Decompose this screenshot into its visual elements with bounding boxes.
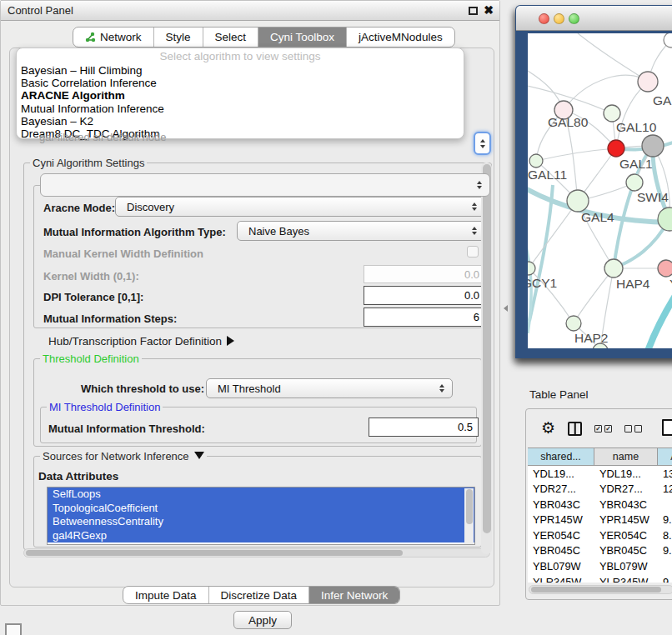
threshold-definition-title: Threshold Definition (40, 352, 142, 365)
sources-group-title[interactable]: Sources for Network Inference (40, 450, 207, 462)
splitter-handle-icon[interactable] (504, 305, 508, 312)
tab-style[interactable]: Style (154, 28, 203, 47)
close-icon[interactable]: ✖ (484, 3, 494, 17)
mi-algorithm-type-label: Mutual Information Algorithm Type: (43, 226, 226, 238)
table-row[interactable]: YBL079WYBL079W (528, 559, 672, 575)
settings-hscrollbar[interactable] (23, 548, 490, 558)
tab-infer-network[interactable]: Infer Network (309, 587, 399, 603)
data-attribute-item-selected[interactable]: SelfLoops (48, 488, 474, 502)
float-window-icon[interactable] (469, 7, 478, 15)
network-node-gal10[interactable] (604, 105, 620, 122)
maximize-traffic-light-icon[interactable] (569, 13, 579, 24)
tab-select[interactable]: Select (203, 28, 259, 47)
node-label: HAP4 (616, 277, 650, 291)
network-selector-value: gal-filtered sif default node (39, 131, 166, 143)
network-node-gal1[interactable] (608, 140, 624, 157)
expand-right-icon (227, 336, 234, 346)
table-cell: YPR145W (594, 512, 658, 528)
table-cell: YBR045C (528, 543, 594, 559)
node-label: GAL11 (528, 168, 567, 182)
table-row[interactable]: YLR345WYLR345W9. (528, 574, 672, 582)
network-window-titlebar[interactable] (516, 6, 672, 31)
network-node-hap4[interactable] (604, 259, 623, 278)
settings-vscrollbar[interactable] (481, 162, 492, 554)
checked-pair-icon[interactable]: ✓✓ (594, 425, 612, 432)
unchecked-pair-icon[interactable] (624, 425, 642, 432)
data-attribute-item-selected[interactable]: gal4RGexp (48, 529, 474, 543)
table-row[interactable]: YBR043CYBR043C (528, 497, 672, 512)
tab-discretize-data[interactable]: Discretize Data (209, 587, 310, 603)
table-cell: YDL19... (594, 466, 658, 482)
algorithm-option[interactable]: Mutual Information Inference (17, 102, 464, 115)
hub-definition-expander[interactable]: Hub/Transcription Factor Definition (48, 335, 234, 348)
close-traffic-light-icon[interactable] (539, 13, 549, 24)
network-edge (529, 201, 578, 268)
algorithm-option[interactable]: Basic Correlation Inference (17, 77, 464, 89)
tab-jactivemnodules[interactable]: jActiveMNodules (347, 28, 454, 47)
data-attribute-item-selected[interactable]: BetweennessCentrality (48, 515, 474, 529)
minimized-panel-icon[interactable] (5, 623, 22, 635)
network-node[interactable] (658, 208, 672, 231)
kernel-width-input[interactable]: 0.0 (364, 265, 485, 283)
table-cell: YER054C (528, 528, 594, 543)
which-threshold-combo[interactable]: MI Threshold (206, 378, 453, 398)
manual-kernel-width-checkbox[interactable] (467, 246, 479, 258)
attribute-table[interactable]: shared...nameAYDL19...YDL19...13YDR27...… (528, 448, 672, 582)
table-hscrollbar[interactable] (529, 585, 672, 594)
network-node-gcy1[interactable] (528, 262, 535, 275)
hub-definition-label: Hub/Transcription Factor Definition (48, 335, 222, 348)
columns-icon[interactable] (568, 422, 582, 436)
table-cell: YDR27... (528, 482, 594, 498)
list-scrollbar[interactable] (464, 488, 474, 544)
page-icon[interactable] (662, 419, 672, 436)
apply-button[interactable]: Apply (233, 611, 292, 629)
algorithm-option[interactable]: Bayesian – K2 (17, 115, 464, 128)
algorithm-dropdown-placeholder: Select algorithm to view settings (17, 50, 464, 64)
table-cell: 9. (658, 574, 672, 582)
column-header-A[interactable]: A (658, 448, 672, 465)
column-header-shared[interactable]: shared... (528, 448, 594, 465)
algorithm-combo-stepper-icon[interactable] (474, 132, 491, 155)
network-node-y[interactable] (658, 260, 672, 277)
network-node-swi4[interactable] (626, 174, 643, 191)
mi-threshold-value: 0.5 (458, 421, 473, 433)
network-node-gal8[interactable] (638, 72, 658, 92)
cyni-settings-group-title: Cyni Algorithm Settings (30, 157, 147, 169)
network-node-gal11[interactable] (529, 154, 543, 168)
dpi-tolerance-input[interactable]: 0.0 (364, 286, 485, 305)
control-panel-titlebar[interactable]: Control Panel ✖ (1, 1, 499, 21)
network-node-gal4[interactable] (567, 190, 589, 212)
tab-network[interactable]: Network (73, 28, 154, 47)
network-node-hap2[interactable] (566, 316, 581, 331)
table-cell: YER054C (594, 528, 658, 543)
algorithm-option[interactable]: Bayesian – Hill Climbing (17, 64, 464, 77)
aracne-mode-combo[interactable]: Discovery (115, 197, 485, 217)
tab-cyni-toolbox[interactable]: Cyni Toolbox (258, 28, 347, 47)
network-graph: GAL8GAL80GAL10GAL1GAL11SWI4GAL4GCY1HAP4Y… (528, 33, 672, 348)
algorithm-dropdown: Select algorithm to view settings Bayesi… (16, 48, 464, 139)
table-row[interactable]: YDL19...YDL19...13 (528, 466, 672, 482)
minimize-traffic-light-icon[interactable] (554, 13, 564, 24)
table-cell: YBR043C (528, 497, 594, 512)
table-row[interactable]: YPR145WYPR145W9. (528, 512, 672, 528)
column-header-name[interactable]: name (594, 448, 658, 465)
network-selector-combo[interactable] (40, 173, 490, 197)
table-cell: YBL079W (528, 559, 594, 575)
network-node[interactable] (642, 135, 664, 157)
data-attribute-item-selected[interactable]: TopologicalCoefficient (48, 502, 474, 516)
combo-stepper-icon (472, 227, 477, 235)
table-row[interactable]: YDR27...YDR27...12 (528, 482, 672, 498)
table-row[interactable]: YER054CYER054C8. (528, 528, 672, 543)
table-row[interactable]: YBR045CYBR045C9. (528, 543, 672, 559)
network-canvas[interactable]: GAL8GAL80GAL10GAL1GAL11SWI4GAL4GCY1HAP4Y… (528, 33, 672, 348)
tab-impute-data[interactable]: Impute Data (123, 587, 209, 603)
mi-algorithm-type-combo[interactable]: Naive Bayes (237, 221, 485, 241)
network-node[interactable] (664, 33, 672, 48)
mi-threshold-input[interactable]: 0.5 (369, 418, 479, 437)
table-cell (658, 559, 672, 575)
data-attributes-list[interactable]: SelfLoopsTopologicalCoefficientBetweenne… (47, 487, 475, 545)
gear-icon[interactable]: ⚙ (541, 420, 555, 437)
algorithm-option[interactable]: ARACNE Algorithm (17, 89, 464, 102)
mi-steps-input[interactable]: 6 (364, 308, 485, 327)
node-label: GAL8 (653, 93, 672, 108)
